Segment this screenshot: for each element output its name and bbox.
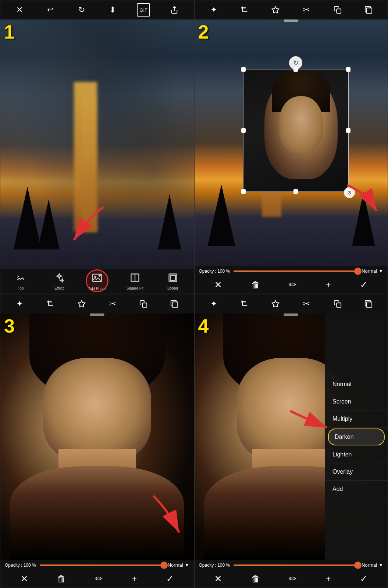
magic-icon[interactable]: ✦ — [207, 3, 220, 17]
star-icon-4[interactable] — [269, 297, 282, 311]
tool-icon — [16, 273, 26, 285]
border-button[interactable]: Border — [163, 273, 183, 290]
svg-rect-11 — [366, 8, 372, 14]
add-icon-3[interactable]: + — [132, 574, 137, 584]
image-area-3: 3 — [0, 313, 194, 560]
blend-screen[interactable]: Screen — [325, 393, 388, 410]
effect-icon — [54, 273, 64, 285]
blend-darken[interactable]: Darken — [328, 429, 385, 445]
blend-multiply[interactable]: Multiply — [325, 410, 388, 428]
blend-mode-4[interactable]: Normal ▼ — [362, 562, 383, 568]
action-bar-4: ✕ 🗑 ✏ + ✓ — [195, 570, 388, 588]
transform-handles: ↻ ⊘ — [243, 69, 348, 191]
overlay-portrait-2[interactable]: ↻ ⊘ — [243, 69, 349, 192]
delete-icon-2[interactable]: 🗑 — [251, 280, 260, 290]
crop-icon[interactable] — [238, 3, 251, 17]
star-icon[interactable] — [269, 3, 282, 17]
square-fit-icon — [130, 273, 140, 285]
image-area-4: 4 Normal Screen Multiply Darken Lighten … — [195, 313, 388, 560]
opacity-label-4: Opacity : 100 % — [199, 563, 230, 568]
tool-button[interactable]: Tool — [11, 273, 31, 290]
add-icon-4[interactable]: + — [326, 574, 331, 584]
opacity-label-2: Opacity : 100 % — [199, 269, 230, 274]
opacity-slider-3[interactable] — [40, 564, 164, 566]
drag-handle-4 — [284, 313, 298, 316]
blend-overlay[interactable]: Overlay — [325, 463, 388, 481]
step-number-2: 2 — [198, 22, 209, 42]
blend-add[interactable]: Add — [325, 481, 388, 498]
paint-icon-3[interactable]: ✏ — [95, 574, 103, 584]
share-icon[interactable] — [168, 3, 181, 17]
svg-rect-9 — [337, 9, 341, 13]
panel-1: ✕ ↩ ↻ ⬇ GIF 1 — [0, 0, 194, 294]
step-number-1: 1 — [4, 22, 15, 42]
layers-icon-4[interactable] — [362, 297, 375, 311]
handle-ml[interactable] — [241, 128, 246, 133]
blend-lighten[interactable]: Lighten — [325, 446, 388, 463]
opacity-bar-3: Opacity : 100 % Normal ▼ — [0, 560, 194, 570]
magic-icon-3[interactable]: ✦ — [13, 297, 26, 311]
handle-tr[interactable] — [346, 67, 350, 72]
handle-bm[interactable] — [293, 189, 298, 194]
opacity-label-3: Opacity : 100 % — [5, 563, 36, 568]
image-area-1: 1 — [0, 19, 194, 269]
layers-icon-3[interactable] — [168, 297, 181, 311]
undo-icon[interactable]: ↩ — [44, 3, 57, 17]
add-photo-button[interactable]: Add Photo — [87, 272, 107, 291]
effect-button[interactable]: Effect — [49, 273, 69, 290]
magic-icon-4[interactable]: ✦ — [207, 297, 220, 311]
cancel-icon-4[interactable]: ✕ — [214, 574, 222, 584]
gif-icon[interactable]: GIF — [137, 3, 150, 17]
blend-normal[interactable]: Normal — [325, 376, 388, 393]
handle-bl[interactable] — [241, 189, 246, 194]
bottom-toolbar-1: Tool Effect Add Ph — [0, 269, 194, 294]
confirm-icon-2[interactable]: ✓ — [360, 280, 367, 290]
confirm-icon-4[interactable]: ✓ — [360, 574, 367, 584]
toolbar-2: ✦ ✂ — [195, 0, 388, 19]
copy-icon-4[interactable] — [331, 297, 344, 311]
scissors-icon-4[interactable]: ✂ — [300, 297, 313, 311]
drag-handle-2 — [284, 19, 298, 22]
scissors-icon[interactable]: ✂ — [300, 3, 313, 17]
download-icon[interactable]: ⬇ — [106, 3, 119, 17]
layers-icon[interactable] — [362, 3, 375, 17]
drag-handle-3 — [90, 313, 104, 316]
svg-rect-15 — [172, 302, 178, 308]
add-photo-icon — [92, 272, 103, 286]
action-bar-2: ✕ 🗑 ✏ + ✓ — [195, 276, 388, 294]
square-fit-button[interactable]: Square Fit — [125, 273, 145, 290]
cancel-icon-2[interactable]: ✕ — [214, 280, 222, 290]
step-number-3: 3 — [4, 316, 15, 336]
cancel-icon-3[interactable]: ✕ — [21, 574, 28, 584]
toolbar-4: ✦ ✂ — [195, 294, 388, 313]
handle-tl[interactable] — [241, 67, 246, 72]
dropdown-arrow-2: ▼ — [378, 268, 383, 274]
svg-rect-13 — [142, 303, 147, 307]
handle-mr[interactable] — [346, 128, 350, 133]
copy-icon[interactable] — [331, 3, 344, 17]
crop-icon-4[interactable] — [238, 297, 251, 311]
paint-icon-4[interactable]: ✏ — [289, 574, 296, 584]
delete-icon-4[interactable]: 🗑 — [251, 574, 260, 584]
svg-rect-17 — [337, 303, 341, 307]
copy-icon-3[interactable] — [137, 297, 150, 311]
confirm-icon-3[interactable]: ✓ — [166, 574, 174, 584]
delete-icon-3[interactable]: 🗑 — [57, 574, 66, 584]
redo-icon[interactable]: ↻ — [75, 3, 88, 17]
blend-dropdown: Normal Screen Multiply Darken Lighten Ov… — [325, 313, 388, 560]
paint-icon-2[interactable]: ✏ — [289, 280, 296, 290]
crop-icon-3[interactable] — [44, 297, 57, 311]
blend-mode-3[interactable]: Normal ▼ — [168, 562, 189, 568]
panel-3: ✦ ✂ — [0, 294, 194, 588]
opacity-slider-2[interactable] — [234, 270, 358, 272]
scale-handle[interactable]: ⊘ — [344, 187, 355, 198]
scissors-icon-3[interactable]: ✂ — [106, 297, 119, 311]
add-icon-2[interactable]: + — [326, 280, 331, 290]
star-icon-3[interactable] — [75, 297, 88, 311]
panel-4: ✦ ✂ — [194, 294, 388, 588]
blend-mode-2[interactable]: Normal ▼ — [362, 268, 383, 274]
close-icon[interactable]: ✕ — [13, 3, 26, 17]
action-bar-3: ✕ 🗑 ✏ + ✓ — [0, 570, 194, 588]
opacity-bar-4: Opacity : 100 % Normal ▼ — [195, 560, 388, 570]
opacity-slider-4[interactable] — [234, 564, 358, 566]
